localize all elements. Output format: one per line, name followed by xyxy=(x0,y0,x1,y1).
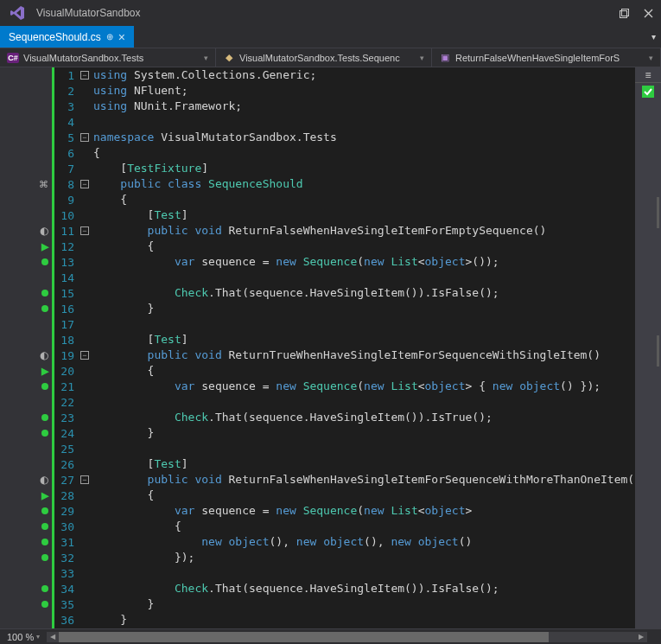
code-line[interactable]: public void ReturnFalseWhenHaveSingleIte… xyxy=(93,223,635,239)
code-line[interactable]: { xyxy=(93,488,635,503)
code-line[interactable] xyxy=(93,394,635,410)
tab-overflow-icon[interactable]: ▾ xyxy=(651,32,656,41)
glyph-row[interactable] xyxy=(0,379,52,394)
code-line[interactable]: var sequence = new Sequence(new List<obj… xyxy=(93,254,635,270)
crumb-project[interactable]: C# VisualMutatorSandbox.Tests ▾ xyxy=(0,48,216,67)
scroll-left-icon[interactable]: ◀ xyxy=(47,632,59,642)
code-line[interactable]: using System.Collections.Generic; xyxy=(93,67,635,83)
code-line[interactable] xyxy=(93,441,635,456)
fold-toggle[interactable]: − xyxy=(78,223,92,239)
glyph-row[interactable] xyxy=(0,550,52,565)
crumb-method[interactable]: ▣ ReturnFalseWhenHaveSingleItemForS ▾ xyxy=(432,48,661,67)
code-line[interactable]: { xyxy=(93,239,635,254)
glyph-row[interactable] xyxy=(0,145,52,161)
tab-close-icon[interactable]: × xyxy=(118,30,125,44)
folding-margin[interactable]: − − − − − − xyxy=(78,67,92,628)
glyph-row[interactable] xyxy=(0,114,52,130)
code-line[interactable]: } xyxy=(93,301,635,316)
code-line[interactable] xyxy=(93,565,635,581)
glyph-row[interactable]: ◐ xyxy=(0,472,52,488)
split-editor-icon[interactable]: ≡ xyxy=(635,67,661,83)
code-line[interactable]: namespace VisualMutatorSandbox.Tests xyxy=(93,130,635,145)
code-line[interactable]: Check.That(sequence.HaveSingleItem()).Is… xyxy=(93,285,635,301)
code-line[interactable]: [Test] xyxy=(93,456,635,472)
glyph-row[interactable] xyxy=(0,285,52,301)
glyph-row[interactable] xyxy=(0,503,52,519)
code-line[interactable]: public class SequenceShould xyxy=(93,176,635,192)
glyph-row[interactable]: ▶ xyxy=(0,239,52,254)
glyph-row[interactable] xyxy=(0,67,52,83)
code-line[interactable]: [Test] xyxy=(93,207,635,223)
code-line[interactable]: { xyxy=(93,519,635,534)
glyph-row[interactable] xyxy=(0,456,52,472)
code-line[interactable]: } xyxy=(93,596,635,612)
glyph-row[interactable]: ◐ xyxy=(0,223,52,239)
code-line[interactable]: } xyxy=(93,628,635,628)
overview-ruler[interactable]: ≡ xyxy=(635,67,661,628)
glyph-row[interactable] xyxy=(0,565,52,581)
glyph-row[interactable]: ▶ xyxy=(0,488,52,503)
glyph-row[interactable] xyxy=(0,316,52,332)
glyph-row[interactable] xyxy=(0,83,52,99)
glyph-row[interactable] xyxy=(0,99,52,114)
glyph-row[interactable] xyxy=(0,130,52,145)
code-line[interactable]: Check.That(sequence.HaveSingleItem()).Is… xyxy=(93,581,635,596)
fold-toggle[interactable]: − xyxy=(78,176,92,192)
glyph-row[interactable]: ▶ xyxy=(0,363,52,379)
change-marker xyxy=(657,197,659,228)
code-line[interactable]: using NUnit.Framework; xyxy=(93,99,635,114)
scroll-right-icon[interactable]: ▶ xyxy=(635,632,647,642)
code-line[interactable]: { xyxy=(93,192,635,207)
fold-toggle[interactable]: − xyxy=(78,472,92,488)
restore-button[interactable] xyxy=(618,7,630,19)
code-line[interactable] xyxy=(93,316,635,332)
code-line[interactable]: }); xyxy=(93,550,635,565)
fold-toggle[interactable]: − xyxy=(78,348,92,363)
code-line[interactable]: public void ReturnFalseWhenHaveSingleIte… xyxy=(93,472,635,488)
code-line[interactable]: [TestFixture] xyxy=(93,161,635,176)
code-line[interactable]: Check.That(sequence.HaveSingleItem()).Is… xyxy=(93,410,635,425)
code-line[interactable] xyxy=(93,114,635,130)
code-line[interactable]: using NFluent; xyxy=(93,83,635,99)
code-line[interactable]: { xyxy=(93,363,635,379)
code-line[interactable]: var sequence = new Sequence(new List<obj… xyxy=(93,379,635,394)
glyph-row[interactable] xyxy=(0,612,52,628)
glyph-row[interactable] xyxy=(0,394,52,410)
code-line[interactable]: } xyxy=(93,425,635,441)
code-line[interactable]: } xyxy=(93,612,635,628)
glyph-row[interactable] xyxy=(0,596,52,612)
glyph-row[interactable] xyxy=(0,332,52,348)
fold-toggle[interactable]: − xyxy=(78,67,92,83)
tab-sequenceshould[interactable]: SequenceShould.cs ⊕ × xyxy=(0,26,134,48)
scroll-thumb[interactable] xyxy=(59,632,549,642)
glyph-row[interactable] xyxy=(0,192,52,207)
horizontal-scrollbar[interactable]: ◀ ▶ xyxy=(47,632,647,642)
fold-toggle[interactable]: − xyxy=(78,130,92,145)
code-line[interactable]: { xyxy=(93,145,635,161)
code-line[interactable] xyxy=(93,270,635,285)
code-line[interactable]: new object(), new object(), new object() xyxy=(93,534,635,550)
tab-pin-icon[interactable]: ⊕ xyxy=(106,32,113,41)
glyph-row[interactable] xyxy=(0,519,52,534)
code-text-area[interactable]: using System.Collections.Generic;using N… xyxy=(92,67,635,628)
glyph-row[interactable] xyxy=(0,254,52,270)
code-editor[interactable]: ⌘◐▶◐▶◐▶ 12345678910111213141516171819202… xyxy=(0,67,661,628)
glyph-row[interactable] xyxy=(0,425,52,441)
code-line[interactable]: var sequence = new Sequence(new List<obj… xyxy=(93,503,635,519)
crumb-class[interactable]: ◆ VisualMutatorSandbox.Tests.Sequenc ▾ xyxy=(216,48,432,67)
glyph-row[interactable] xyxy=(0,441,52,456)
code-line[interactable]: public void ReturnTrueWhenHaveSingleItem… xyxy=(93,348,635,363)
glyph-row[interactable] xyxy=(0,410,52,425)
glyph-margin[interactable]: ⌘◐▶◐▶◐▶ xyxy=(0,67,52,628)
glyph-row[interactable]: ⌘ xyxy=(0,176,52,192)
glyph-row[interactable] xyxy=(0,161,52,176)
code-line[interactable]: [Test] xyxy=(93,332,635,348)
glyph-row[interactable] xyxy=(0,581,52,596)
glyph-row[interactable] xyxy=(0,270,52,285)
glyph-row[interactable]: ◐ xyxy=(0,348,52,363)
glyph-row[interactable] xyxy=(0,534,52,550)
glyph-row[interactable] xyxy=(0,301,52,316)
glyph-row[interactable] xyxy=(0,628,52,643)
glyph-row[interactable] xyxy=(0,207,52,223)
close-button[interactable] xyxy=(642,7,654,19)
